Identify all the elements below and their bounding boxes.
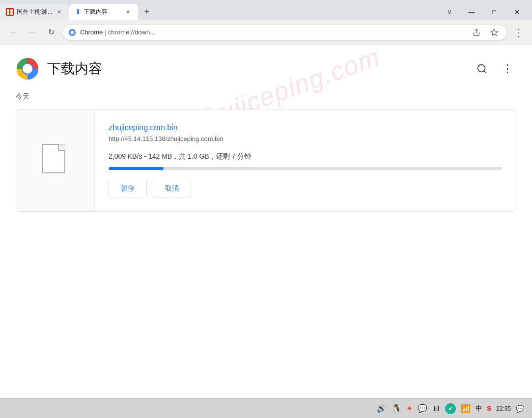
taskbar-time: 22:35 [496, 405, 511, 412]
file-icon-body [42, 144, 65, 173]
file-icon [42, 144, 69, 177]
tab-2[interactable]: ⬇ 下载内容 ✕ [69, 4, 138, 20]
qq-icon[interactable]: 🐧 [392, 404, 401, 413]
page-title: 下载内容 [47, 59, 102, 78]
check-icon[interactable]: ✔ [445, 403, 456, 414]
more-button[interactable]: ⋮ [510, 25, 526, 40]
notification-icon[interactable]: 💬 [516, 405, 524, 413]
svg-rect-4 [10, 12, 13, 15]
tab-strip: 国外主机测i... ✕ ⬇ 下载内容 ✕ + [0, 0, 443, 20]
tab-overflow-button[interactable]: ∨ [443, 5, 456, 19]
volume-icon[interactable]: 🔊 [377, 404, 387, 413]
file-name-link[interactable]: zhujiceping.com.bin [109, 123, 502, 132]
file-url: http://45.14.115.138/zhujiceping.com.bin [109, 135, 502, 142]
close-button[interactable]: ✕ [505, 4, 528, 20]
ime-icon[interactable]: 中 [476, 404, 482, 413]
tab2-close-button[interactable]: ✕ [124, 8, 132, 16]
refresh-button[interactable]: ↻ [43, 25, 59, 40]
svg-rect-3 [7, 12, 9, 15]
svg-marker-8 [491, 29, 497, 35]
forward-button[interactable]: → [25, 25, 40, 40]
page-header-left: 下载内容 [16, 57, 102, 81]
tab2-title: 下载内容 [84, 8, 121, 16]
download-status: 2,009 KB/s - 142 MB，共 1.0 GB，还剩 7 分钟 [109, 152, 502, 161]
address-favicon-icon [68, 28, 76, 36]
wechat-icon[interactable]: 💬 [418, 404, 427, 413]
tab-1[interactable]: 国外主机测i... ✕ [0, 4, 69, 20]
svg-rect-1 [7, 9, 9, 12]
file-icon-fold [58, 144, 65, 151]
back-button[interactable]: ← [6, 25, 22, 40]
window-controls: — □ ✕ [456, 0, 532, 20]
page-header-right: ⋮ [473, 60, 516, 78]
address-text: Chrome | chrome://down... [80, 28, 466, 36]
bookmark-button[interactable] [487, 26, 501, 39]
maximize-button[interactable]: □ [483, 4, 505, 20]
taskbar: 🔊 🐧 ✦ 💬 🖥 ✔ 📶 中 S 22:35 💬 [0, 398, 532, 418]
toolbar-right: ⋮ [510, 25, 526, 40]
address-brand: Chrome [80, 28, 103, 36]
page-content: zhujiceping.com 下载内容 [0, 45, 532, 398]
svg-line-13 [484, 71, 486, 73]
tab1-favicon-icon [6, 8, 14, 16]
wifi-icon[interactable]: 📶 [461, 404, 471, 413]
svg-point-11 [23, 64, 32, 73]
new-tab-button[interactable]: + [140, 5, 154, 19]
tab2-download-icon: ⬇ [75, 8, 81, 16]
progress-bar-fill [109, 167, 164, 170]
search-icon[interactable] [473, 60, 491, 78]
minimize-button[interactable]: — [460, 4, 483, 20]
ime2-icon[interactable]: S [487, 405, 491, 412]
card-actions: 暂停 取消 [109, 180, 502, 197]
share-button[interactable] [470, 26, 483, 39]
tab1-title: 国外主机测i... [17, 8, 53, 16]
figma-icon[interactable]: ✦ [406, 404, 413, 413]
svg-point-6 [71, 30, 74, 34]
tab1-close-button[interactable]: ✕ [56, 8, 63, 16]
svg-rect-2 [10, 9, 13, 12]
download-card: zhujiceping.com.bin http://45.14.115.138… [16, 109, 516, 212]
section-label-today: 今天 [0, 88, 532, 105]
svg-point-12 [478, 65, 485, 72]
address-bar[interactable]: Chrome | chrome://down... [62, 25, 507, 40]
chrome-logo-icon [16, 57, 39, 81]
card-icon-area [16, 110, 95, 211]
monitor-icon[interactable]: 🖥 [432, 404, 440, 413]
address-url: chrome://down... [108, 28, 155, 36]
pause-button[interactable]: 暂停 [109, 180, 147, 197]
cancel-button[interactable]: 取消 [153, 180, 191, 197]
titlebar: 国外主机测i... ✕ ⬇ 下载内容 ✕ + ∨ — □ ✕ [0, 0, 532, 20]
progress-bar-track [109, 167, 502, 170]
more-options-icon[interactable]: ⋮ [499, 60, 516, 78]
page-header: 下载内容 ⋮ [0, 45, 532, 88]
toolbar: ← → ↻ Chrome | chrome://down... ⋮ [0, 20, 532, 45]
card-content: zhujiceping.com.bin http://45.14.115.138… [95, 110, 516, 211]
